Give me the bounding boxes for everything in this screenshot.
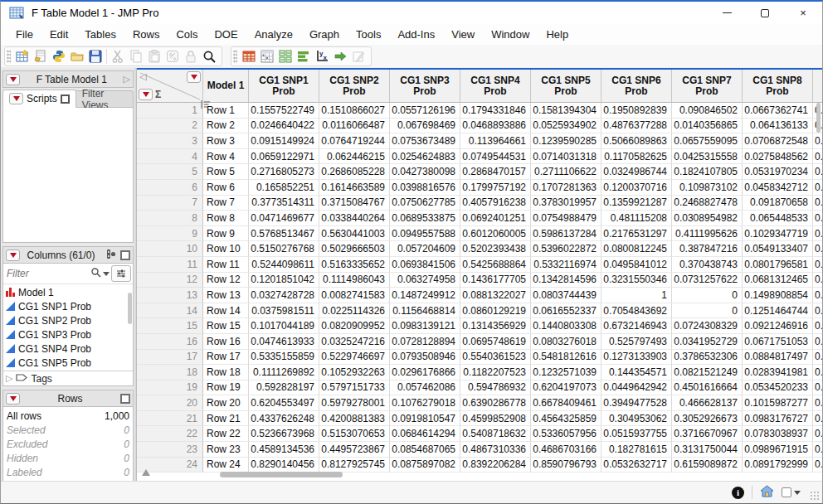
value-cell[interactable]: 0.4501616664 xyxy=(672,380,743,396)
value-cell[interactable]: 0.5332116974 xyxy=(531,257,601,273)
value-cell[interactable]: 0.5029666503 xyxy=(319,241,390,257)
value-cell[interactable]: 0.062446215 xyxy=(319,149,390,165)
value-cell[interactable]: 0.0534520233 xyxy=(743,380,813,396)
value-cell[interactable]: 0.1200370716 xyxy=(601,180,672,196)
value-cell[interactable]: 0.2686085228 xyxy=(319,164,390,180)
menu-graph[interactable]: Graph xyxy=(301,26,348,43)
partial-value-cell[interactable]: 0. xyxy=(813,442,822,458)
value-cell[interactable]: 1 xyxy=(601,288,672,303)
value-cell[interactable]: 0.0140356865 xyxy=(672,119,743,134)
value-cell[interactable]: 0.0854687065 xyxy=(390,442,460,458)
value-cell[interactable]: 0.1557522749 xyxy=(249,103,319,119)
value-cell[interactable]: 0.1239590285 xyxy=(531,133,601,149)
row-label-cell[interactable]: Row 14 xyxy=(203,303,249,319)
tab-scripts[interactable]: Scripts xyxy=(2,90,76,108)
row-number-cell[interactable]: 16 xyxy=(137,334,203,350)
value-cell[interactable]: 0.5986137284 xyxy=(531,226,601,242)
value-cell[interactable]: 0.0341952729 xyxy=(672,334,743,350)
table-row[interactable]: 22Row 220.52366739680.51530706530.068461… xyxy=(137,426,822,442)
new-data-table-icon[interactable] xyxy=(13,47,32,65)
value-cell[interactable]: 0.109873102 xyxy=(672,180,743,196)
new-window-icon[interactable] xyxy=(32,47,50,65)
partial-value-cell[interactable]: 0. xyxy=(813,426,822,442)
paste-icon[interactable] xyxy=(145,47,163,65)
table-row[interactable]: 12Row 120.12018510420.11149860430.063274… xyxy=(137,273,822,288)
table-row[interactable]: 14Row 140.03759815110.02251143260.115646… xyxy=(137,303,822,319)
value-cell[interactable]: 0.0398816576 xyxy=(390,180,460,196)
value-cell[interactable]: 0.5244098611 xyxy=(249,257,319,273)
table-row[interactable]: 11Row 110.52440986110.51633356520.069384… xyxy=(137,257,822,273)
menu-file[interactable]: File xyxy=(7,26,41,43)
row-label-cell[interactable]: Row 2 xyxy=(203,119,249,134)
value-cell[interactable]: 0.057204609 xyxy=(390,241,460,257)
value-cell[interactable]: 0.0989671915 xyxy=(743,442,813,458)
lock-icon[interactable] xyxy=(182,47,200,65)
rows-stat-row[interactable]: Labeled0 xyxy=(7,465,129,479)
row-number-cell[interactable]: 7 xyxy=(137,196,203,211)
column-header-partial[interactable] xyxy=(813,70,822,103)
tags-row[interactable]: ▷ Tags xyxy=(3,371,133,385)
value-cell[interactable]: 0.4686703166 xyxy=(531,442,601,458)
value-cell[interactable]: 0.0449642942 xyxy=(601,380,672,396)
value-cell[interactable]: 0.065448533 xyxy=(743,211,813,226)
partial-value-cell[interactable]: 0. xyxy=(813,149,822,165)
column-header-model-1[interactable]: Model 1 xyxy=(203,70,249,103)
value-cell[interactable]: 0.0671751053 xyxy=(743,334,813,350)
table-row[interactable]: 17Row 170.53351558590.52297466970.079350… xyxy=(137,350,822,366)
value-cell[interactable]: 0.6204553497 xyxy=(249,395,319,411)
chevron-down-icon[interactable] xyxy=(794,491,801,495)
value-cell[interactable]: 0.1510866027 xyxy=(319,103,390,119)
partial-value-cell[interactable]: 0. xyxy=(813,133,822,149)
value-cell[interactable]: 0.0949557588 xyxy=(390,226,460,242)
value-cell[interactable]: 0.3715084767 xyxy=(319,196,390,211)
graph-builder-icon[interactable] xyxy=(295,47,313,65)
value-cell[interactable]: 0.0750627785 xyxy=(390,196,460,211)
value-cell[interactable]: 0.1794331846 xyxy=(460,103,531,119)
panel-collapse-box-icon[interactable] xyxy=(120,394,130,404)
row-label-cell[interactable]: Row 22 xyxy=(203,426,249,442)
value-cell[interactable]: 0.5979278001 xyxy=(319,395,390,411)
value-cell[interactable]: 0.165852251 xyxy=(249,180,319,196)
value-cell[interactable]: 0.4867310336 xyxy=(460,442,531,458)
partial-value-cell[interactable]: 0. xyxy=(813,257,822,273)
value-cell[interactable]: 0.4495723867 xyxy=(319,442,390,458)
value-cell[interactable]: 0.8392206284 xyxy=(460,458,531,473)
table-row[interactable]: 16Row 160.04746139330.03252472160.072812… xyxy=(137,334,822,350)
row-number-cell[interactable]: 18 xyxy=(137,365,203,380)
menu-addins[interactable]: Add-Ins xyxy=(389,26,443,43)
value-cell[interactable]: 0.304953062 xyxy=(601,411,672,427)
value-cell[interactable]: 0.8127925745 xyxy=(319,458,390,473)
scripts-checkbox[interactable] xyxy=(61,94,70,104)
row-number-cell[interactable]: 20 xyxy=(137,395,203,411)
table-horizontal-scrollbar[interactable] xyxy=(220,472,343,477)
row-number-cell[interactable]: 14 xyxy=(137,303,203,319)
value-cell[interactable]: 0.5335155859 xyxy=(249,350,319,366)
window-layout-icon[interactable] xyxy=(276,47,295,65)
value-cell[interactable]: 0.0254624883 xyxy=(390,149,460,165)
open-folder-icon[interactable] xyxy=(68,47,86,65)
partial-value-cell[interactable]: 0. xyxy=(813,395,822,411)
column-header-cg1-snp2-prob[interactable]: CG1 SNP2 Prob xyxy=(319,70,390,103)
row-label-cell[interactable]: Row 4 xyxy=(203,149,249,165)
value-cell[interactable]: 0 xyxy=(672,288,743,303)
value-cell[interactable]: 0.4876377288 xyxy=(601,119,672,134)
value-cell[interactable]: 0.0283941981 xyxy=(743,365,813,380)
column-header-cg1-snp3-prob[interactable]: CG1 SNP3 Prob xyxy=(390,70,460,103)
filter-options-button[interactable] xyxy=(111,265,131,282)
value-cell[interactable]: 0.3131750044 xyxy=(672,442,743,458)
partial-value-cell[interactable]: 0. xyxy=(813,458,822,473)
value-cell[interactable]: 0.057462086 xyxy=(390,380,460,396)
row-label-cell[interactable]: Row 20 xyxy=(203,395,249,411)
value-cell[interactable]: 0.2711106622 xyxy=(531,164,601,180)
value-cell[interactable]: 0.0793508946 xyxy=(390,350,460,366)
row-label-cell[interactable]: Row 10 xyxy=(203,241,249,257)
table-row[interactable]: 24Row 240.82901404560.81279257450.087589… xyxy=(137,458,822,473)
value-cell[interactable]: 0.5425688864 xyxy=(460,257,531,273)
row-number-cell[interactable]: 5 xyxy=(137,164,203,180)
run-script-icon[interactable] xyxy=(331,47,349,65)
value-cell[interactable]: 0.0532632717 xyxy=(601,458,672,473)
menu-window[interactable]: Window xyxy=(483,26,538,43)
value-cell[interactable]: 0.1581394304 xyxy=(531,103,601,119)
value-cell[interactable]: 0.1017044189 xyxy=(249,318,319,334)
red-triangle-menu-icon[interactable] xyxy=(187,71,201,83)
